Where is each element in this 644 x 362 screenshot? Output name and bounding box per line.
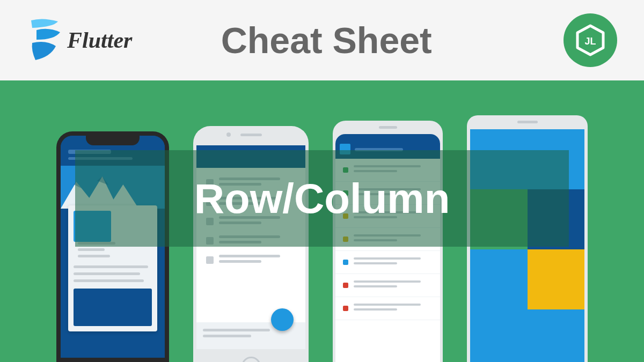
list-item (335, 297, 440, 320)
phone-camera (226, 132, 231, 137)
phone-earpiece (379, 126, 397, 129)
content-area: Row/Column (0, 80, 644, 362)
badge-hexagon-icon: JL (574, 24, 606, 56)
phone-notch (86, 136, 140, 145)
list-item (206, 255, 296, 265)
phone-earpiece (240, 134, 262, 136)
grid-cell (470, 309, 528, 362)
author-badge: JL (564, 13, 617, 67)
header: Flutter Cheat Sheet JL (0, 0, 644, 80)
list-item (335, 274, 440, 297)
grid-cell (528, 309, 585, 362)
phone-earpiece (517, 121, 538, 123)
grid-cell (470, 249, 528, 309)
fab-button (271, 308, 294, 331)
title-overlay: Row/Column (75, 150, 569, 247)
card-image-block (74, 289, 152, 326)
home-button-icon (241, 357, 261, 362)
list-item (335, 251, 440, 274)
grid-cell (528, 249, 585, 309)
page-title: Cheat Sheet (111, 19, 542, 61)
flutter-brush-icon (27, 16, 64, 64)
overlay-title: Row/Column (194, 174, 450, 223)
badge-text: JL (584, 36, 596, 47)
